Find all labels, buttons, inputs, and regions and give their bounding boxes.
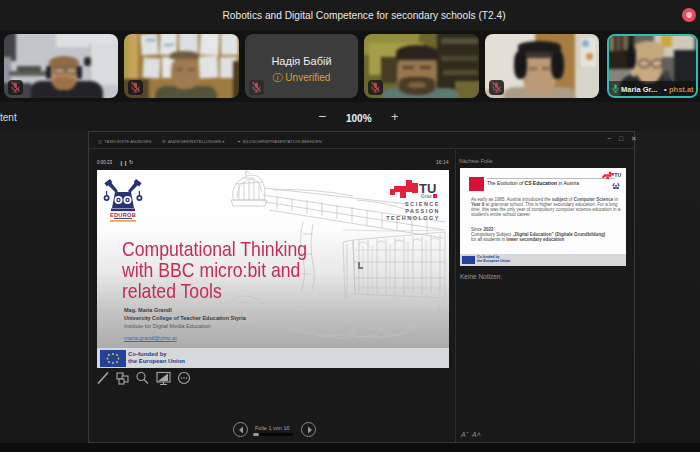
svg-text:EDUROB: EDUROB <box>110 212 136 218</box>
svg-text:Graz: Graz <box>421 193 433 199</box>
svg-text:TU: TU <box>614 172 621 178</box>
